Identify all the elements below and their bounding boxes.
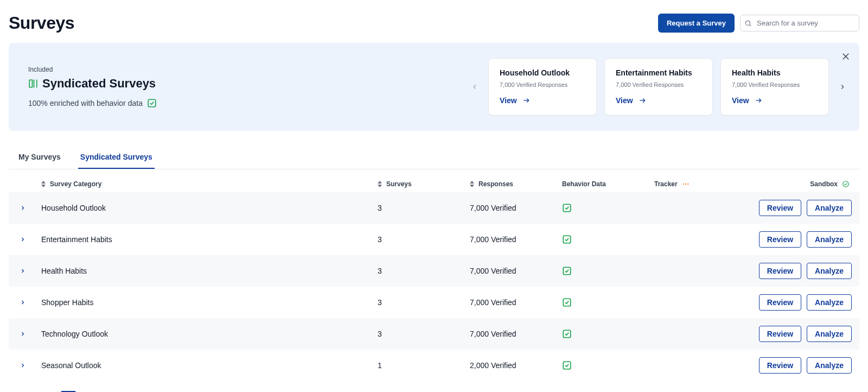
page-title: Surveys: [9, 13, 74, 33]
card-title: Health Habits: [732, 68, 818, 77]
behavior-data-check-icon: [562, 266, 654, 276]
table-row: Household Outlook37,000 VerifiedReviewAn…: [9, 192, 859, 224]
sort-icon: [470, 181, 474, 187]
sort-icon: [41, 181, 46, 187]
col-surveys[interactable]: Surveys: [378, 180, 470, 188]
carousel-prev-button[interactable]: [469, 81, 481, 93]
expand-row-button[interactable]: [20, 299, 41, 306]
svg-marker-14: [470, 185, 474, 187]
table-row: Seasonal Outlook12,000 VerifiedReviewAna…: [9, 350, 859, 381]
header-actions: Request a Survey: [658, 14, 859, 33]
card-meta: 7,000 Verified Responses: [732, 81, 818, 88]
row-actions: ReviewAnalyze: [746, 294, 855, 311]
review-button[interactable]: Review: [759, 357, 801, 374]
arrow-right-icon: [754, 97, 763, 104]
row-actions: ReviewAnalyze: [746, 200, 855, 216]
review-button[interactable]: Review: [759, 263, 801, 279]
analyze-button[interactable]: Analyze: [807, 263, 852, 279]
card-view-label: View: [732, 96, 749, 105]
svg-rect-19: [563, 267, 571, 275]
banner-title-text: Syndicated Surveys: [42, 77, 156, 91]
behavior-data-check-icon: [562, 329, 654, 339]
survey-category-name: Household Outlook: [41, 204, 378, 212]
surveys-count: 3: [378, 298, 470, 307]
responses-count: 7,000 Verified: [470, 235, 562, 244]
svg-point-0: [745, 21, 750, 25]
analyze-button[interactable]: Analyze: [807, 326, 852, 342]
svg-line-1: [750, 24, 751, 26]
svg-rect-3: [148, 99, 156, 107]
table-row: Technology Outlook37,000 VerifiedReviewA…: [9, 318, 859, 350]
analyze-button[interactable]: Analyze: [807, 231, 852, 248]
responses-count: 2,000 Verified: [470, 361, 562, 370]
expand-row-button[interactable]: [20, 236, 41, 243]
search-input[interactable]: [740, 15, 859, 31]
col-behavior-data: Behavior Data: [562, 180, 654, 188]
expand-row-button[interactable]: [20, 268, 41, 274]
analyze-button[interactable]: Analyze: [807, 294, 852, 311]
survey-category-name: Seasonal Outlook: [41, 361, 378, 370]
card-view-label: View: [500, 96, 517, 105]
svg-rect-17: [563, 204, 571, 212]
request-survey-button[interactable]: Request a Survey: [658, 14, 735, 33]
banner-subtitle-text: 100% enriched with behavior data: [28, 99, 143, 108]
table-header: Survey Category Surveys Responses Behavi…: [9, 176, 859, 192]
surveys-count: 3: [378, 330, 470, 338]
svg-marker-10: [41, 185, 46, 187]
analyze-button[interactable]: Analyze: [807, 200, 852, 216]
surveys-count: 3: [378, 235, 470, 244]
surveys-count: 3: [378, 267, 470, 275]
col-sandbox: Sandbox: [746, 180, 855, 188]
svg-point-16: [843, 181, 849, 187]
tab-my-surveys[interactable]: My Surveys: [16, 147, 63, 169]
responses-count: 7,000 Verified: [470, 298, 562, 307]
analyze-button[interactable]: Analyze: [807, 357, 852, 374]
sandbox-check-icon: [842, 180, 850, 188]
survey-category-name: Shopper Habits: [41, 298, 378, 307]
behavior-data-check-icon: [562, 235, 654, 244]
col-responses[interactable]: Responses: [470, 180, 562, 188]
review-button[interactable]: Review: [759, 294, 801, 311]
cards-row: Household Outlook 7,000 Verified Respons…: [488, 58, 829, 116]
svg-rect-20: [563, 299, 571, 306]
review-button[interactable]: Review: [759, 231, 801, 248]
table-row: Entertainment Habits37,000 VerifiedRevie…: [9, 224, 859, 255]
review-button[interactable]: Review: [759, 200, 801, 216]
search-wrap: [740, 15, 859, 31]
behavior-data-check-icon: [562, 298, 654, 307]
row-actions: ReviewAnalyze: [746, 326, 855, 342]
expand-row-button[interactable]: [20, 205, 41, 211]
svg-marker-11: [378, 181, 382, 184]
survey-category-name: Entertainment Habits: [41, 235, 378, 244]
col-survey-category[interactable]: Survey Category: [41, 180, 378, 188]
svg-marker-12: [378, 185, 382, 187]
col-tracker: Tracker: [654, 180, 746, 188]
row-actions: ReviewAnalyze: [746, 357, 855, 374]
tab-syndicated-surveys[interactable]: Syndicated Surveys: [78, 147, 155, 169]
banner-title-wrap: Syndicated Surveys: [28, 77, 469, 91]
table-row: Health Habits37,000 VerifiedReviewAnalyz…: [9, 255, 859, 287]
expand-row-button[interactable]: [20, 331, 41, 337]
page-header: Surveys Request a Survey: [9, 13, 859, 33]
card-view-link[interactable]: View: [500, 96, 531, 105]
arrow-right-icon: [637, 97, 647, 104]
close-banner-button[interactable]: [841, 52, 851, 61]
card-meta: 7,000 Verified Responses: [500, 81, 585, 88]
behavior-data-check-icon: [562, 361, 654, 370]
card-view-label: View: [616, 96, 633, 105]
expand-row-button[interactable]: [20, 362, 41, 369]
row-actions: ReviewAnalyze: [746, 231, 855, 248]
card-view-link[interactable]: View: [616, 96, 647, 105]
surveys-count: 3: [378, 204, 470, 212]
responses-count: 7,000 Verified: [470, 267, 562, 275]
banner-cards-area: Household Outlook 7,000 Verified Respons…: [469, 58, 848, 116]
svg-rect-2: [29, 80, 32, 87]
row-actions: ReviewAnalyze: [746, 263, 855, 279]
search-icon: [744, 20, 752, 27]
svg-marker-13: [470, 181, 474, 184]
card-view-link[interactable]: View: [732, 96, 763, 105]
card-title: Entertainment Habits: [616, 68, 701, 77]
carousel-next-button[interactable]: [837, 81, 848, 93]
svg-rect-21: [563, 330, 571, 338]
review-button[interactable]: Review: [759, 326, 801, 342]
